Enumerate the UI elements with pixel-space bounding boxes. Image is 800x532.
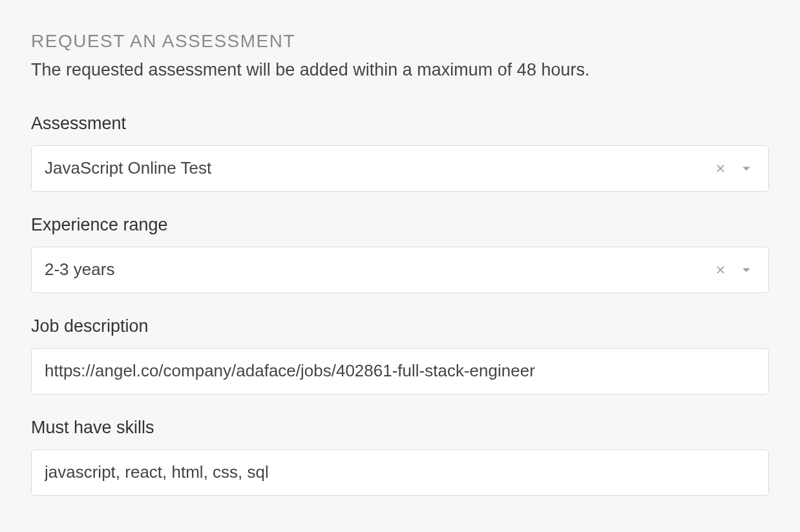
job-description-input[interactable] [31, 348, 769, 394]
must-have-skills-label: Must have skills [31, 418, 769, 438]
experience-range-dropdown-button[interactable] [737, 261, 755, 279]
assessment-dropdown-button[interactable] [737, 159, 755, 178]
experience-range-select-icons [713, 261, 755, 279]
assessment-clear-button[interactable] [713, 161, 728, 176]
close-icon [715, 163, 726, 174]
assessment-value: JavaScript Online Test [45, 158, 713, 178]
page-header: REQUEST AN ASSESSMENT The requested asse… [31, 31, 769, 83]
job-description-label: Job description [31, 316, 769, 336]
must-have-skills-group: Must have skills [31, 418, 769, 496]
experience-range-label: Experience range [31, 215, 769, 235]
assessment-select[interactable]: JavaScript Online Test [31, 145, 769, 192]
assessment-select-icons [713, 159, 755, 178]
assessment-label: Assessment [31, 114, 769, 134]
experience-range-select[interactable]: 2-3 years [31, 247, 769, 293]
chevron-down-icon [740, 263, 753, 276]
experience-range-clear-button[interactable] [713, 262, 728, 278]
experience-range-group: Experience range 2-3 years [31, 215, 769, 293]
assessment-group: Assessment JavaScript Online Test [31, 114, 769, 192]
must-have-skills-input[interactable] [31, 449, 769, 496]
page-title: REQUEST AN ASSESSMENT [31, 31, 769, 52]
page-subtitle: The requested assessment will be added w… [31, 58, 769, 83]
experience-range-value: 2-3 years [45, 260, 713, 280]
job-description-group: Job description [31, 316, 769, 394]
close-icon [715, 265, 726, 275]
chevron-down-icon [740, 162, 753, 175]
